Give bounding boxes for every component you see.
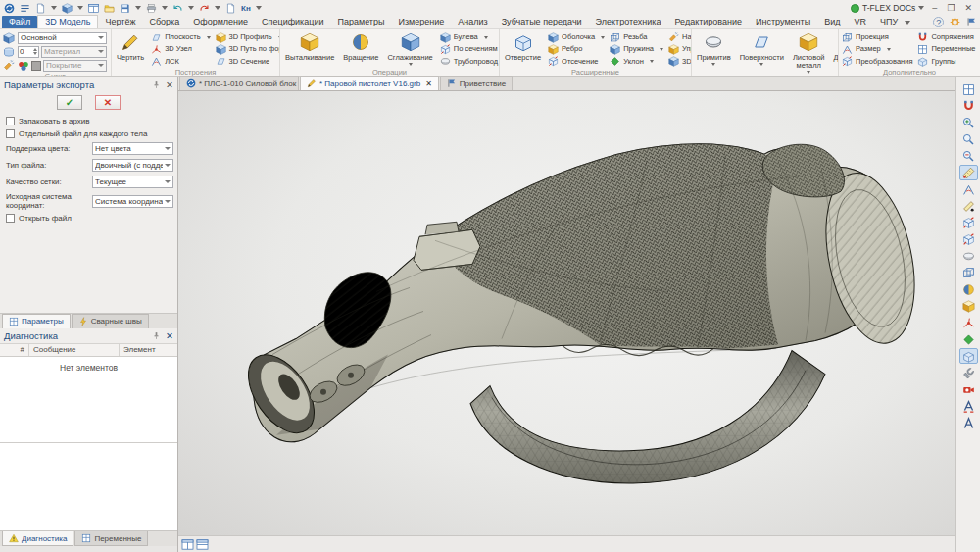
open-file-checkbox[interactable] (6, 214, 15, 223)
mesh-quality-combo[interactable]: Текущее (92, 176, 173, 188)
export-ok-button[interactable]: ✓ (57, 95, 82, 110)
shell-button[interactable]: Оболочка (548, 32, 605, 43)
window-layout-icon[interactable] (88, 3, 99, 14)
diag-col-message[interactable]: Сообщение (29, 344, 120, 356)
loft-button[interactable]: По сечениям (440, 44, 500, 55)
tab-gears[interactable]: Зубчатые передачи (495, 16, 589, 28)
spray-icon[interactable] (3, 60, 15, 72)
tab-electrical[interactable]: Электротехника (589, 16, 668, 28)
zoom-in-button[interactable] (959, 115, 978, 130)
undo-icon[interactable] (172, 3, 183, 14)
tab-view[interactable]: Вид (817, 16, 847, 28)
style-index-spinner[interactable]: 0 (18, 46, 39, 58)
sheet-metal-button[interactable]: Листовой металл (791, 31, 827, 75)
3d-profile-button[interactable]: 3D Профиль (216, 32, 280, 43)
render-mode-button[interactable] (959, 298, 978, 314)
new-3d-document-icon[interactable] (62, 3, 73, 14)
arrange-vertical-icon[interactable] (181, 539, 194, 550)
new-3d-caret[interactable] (77, 6, 83, 10)
export-panel-close-icon[interactable]: ✕ (166, 79, 173, 90)
annotation-text-button[interactable] (959, 398, 978, 414)
help-icon[interactable]: ? (933, 17, 944, 27)
flag-icon[interactable] (966, 17, 977, 27)
rotate-view-button[interactable] (959, 215, 978, 230)
tab-drawing[interactable]: Чертёж (98, 16, 142, 28)
transformations-button[interactable]: Преобразования (842, 56, 912, 67)
3d-path-button[interactable]: 3D Путь по формуле (216, 44, 280, 55)
steam-pistol-model[interactable] (178, 91, 956, 535)
diagnostics-pin-icon[interactable] (152, 331, 161, 340)
deformation-button[interactable]: Деформация (832, 31, 839, 75)
tab-file[interactable]: Файл (2, 16, 37, 28)
main-menu-icon[interactable] (20, 3, 30, 14)
zoom-window-button[interactable] (959, 131, 978, 147)
open-file-icon[interactable] (104, 3, 115, 14)
undo-caret[interactable] (188, 6, 194, 10)
measure-angle-button[interactable] (959, 181, 978, 197)
hole-button[interactable]: Отверстие (503, 31, 543, 68)
qat-customize-caret[interactable] (256, 6, 262, 10)
close-button[interactable]: ✕ (964, 3, 972, 13)
pipe-button[interactable]: Трубопровод (440, 56, 500, 67)
measure-button[interactable] (959, 165, 978, 180)
save-caret[interactable] (135, 6, 141, 10)
rib-button[interactable]: Ребро (548, 44, 605, 55)
projection-button[interactable]: Проекция (842, 32, 912, 43)
simplify-button[interactable]: Упрощение (668, 44, 692, 55)
arrange-horizontal-icon[interactable] (196, 539, 209, 550)
groups-button[interactable]: Группы (917, 56, 980, 67)
primitive-button[interactable]: Примитив (695, 31, 733, 75)
source-cs-combo[interactable]: Система координат модели (92, 195, 173, 208)
export-cancel-button[interactable]: ✕ (95, 95, 121, 110)
material-spheres-icon[interactable] (18, 60, 29, 72)
settings-gear-icon[interactable] (950, 17, 960, 27)
vertex-snap-button[interactable] (959, 315, 978, 330)
tab-tools[interactable]: Инструменты (749, 16, 817, 28)
tab-parameters-pane[interactable]: Параметры (2, 314, 71, 328)
variables-button[interactable]: Переменные (917, 44, 980, 55)
tab-3d-model[interactable]: 3D Модель (37, 15, 98, 28)
tflex-docs-button[interactable]: T-FLEX DOCs (851, 3, 924, 13)
draw-button[interactable]: Чертить (115, 31, 146, 68)
new-document-icon[interactable] (35, 3, 46, 14)
tab-variables[interactable]: Переменные (74, 531, 148, 546)
print-caret[interactable] (162, 6, 168, 10)
window-grid-button[interactable] (959, 81, 978, 97)
surfaces-button[interactable]: Поверхности (738, 31, 786, 75)
new-document-caret[interactable] (51, 6, 57, 10)
3d-node-button[interactable]: 3D Узел (151, 44, 210, 55)
maximize-button[interactable]: ❐ (947, 3, 955, 13)
file-type-combo[interactable]: Двоичный (с поддержкой ц (92, 159, 173, 172)
3d-section-button[interactable]: 3D Сечение (216, 56, 280, 67)
boolean-button[interactable]: Булева (440, 32, 500, 43)
preview-icon[interactable] (225, 3, 236, 14)
section-view-button[interactable] (959, 331, 978, 347)
rotate-view-alt-button[interactable] (959, 231, 978, 247)
diag-col-element[interactable]: Элемент (120, 344, 177, 356)
coating-combo[interactable]: Покрытие (43, 60, 107, 72)
kn-tool-icon[interactable]: Кн (241, 4, 251, 13)
plane-button[interactable]: Плоскость (151, 32, 210, 43)
tab-cnc[interactable]: ЧПУ (873, 16, 905, 28)
color-support-combo[interactable]: Нет цвета (92, 142, 173, 155)
doc-tab-power-block[interactable]: * ПЛС-1-010 Силовой блок СБ... (179, 76, 299, 90)
doc-tab-steam-pistol[interactable]: * Паровой пистолет V16.grb ✕ (300, 76, 439, 90)
shaded-mode-button[interactable] (959, 281, 978, 297)
color-swatch[interactable] (31, 61, 41, 71)
tab-assembly[interactable]: Сборка (142, 16, 186, 28)
material-combo[interactable]: Материал (41, 46, 107, 58)
redo-caret[interactable] (215, 6, 220, 10)
tab-diagnostics[interactable]: Диагностика (2, 531, 74, 546)
minimize-button[interactable]: – (932, 3, 937, 13)
doc-tab-welcome[interactable]: Приветствие (440, 76, 513, 90)
style-preset-combo[interactable]: Основной (18, 32, 107, 44)
tab-analysis[interactable]: Анализ (451, 16, 494, 28)
save-icon[interactable] (120, 3, 130, 14)
extrude-button[interactable]: Выталкивание (283, 31, 336, 68)
apply-material-button[interactable]: Наложить материал (668, 32, 692, 43)
lcs-button[interactable]: ЛСК (151, 56, 210, 67)
diagnostics-close-icon[interactable]: ✕ (166, 330, 173, 341)
magnet-snap-button[interactable] (959, 98, 978, 114)
tab-specifications[interactable]: Спецификации (255, 16, 330, 28)
measure-point-button[interactable] (959, 198, 978, 214)
